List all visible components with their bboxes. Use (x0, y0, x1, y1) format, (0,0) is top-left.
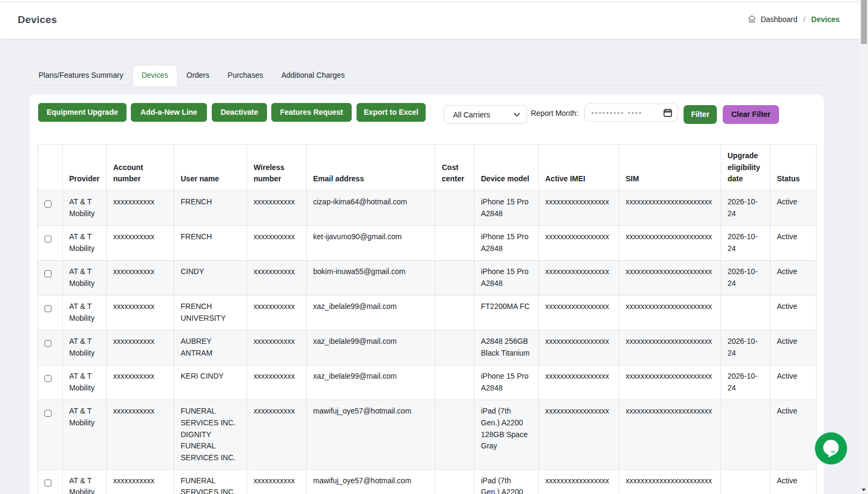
table-row: AT & T Mobility xxxxxxxxxxx AUBREY ANTRA… (38, 330, 817, 365)
cell-email-address: cizap-ikima64@hotmail.com (307, 191, 435, 226)
tab-plans-features-summary[interactable]: Plans/Features Summary (29, 65, 132, 86)
cell-provider: AT & T Mobility (63, 330, 107, 365)
carrier-select-value: All Carriers (453, 110, 490, 119)
breadcrumb-dashboard[interactable]: Dashboard (761, 15, 798, 24)
table-row: AT & T Mobility xxxxxxxxxxx FRENCH xxxxx… (38, 191, 817, 226)
cell-cost-center (435, 330, 474, 365)
cell-user-name: AUBREY ANTRAM (174, 330, 247, 365)
cell-checkbox (38, 191, 63, 226)
col-account-number: Account number (107, 145, 174, 191)
col-wireless-number: Wireless number (247, 145, 307, 191)
row-checkbox[interactable] (44, 340, 51, 347)
cell-wireless-number: xxxxxxxxxxx (247, 226, 307, 261)
deactivate-button[interactable]: Deactivate (212, 103, 267, 122)
col-active-imei: Active IMEI (539, 145, 619, 191)
cell-user-name: FRENCH UNIVERSITY (174, 296, 247, 330)
cell-sim: xxxxxxxxxxxxxxxxxxxxxxx (619, 365, 721, 400)
cell-account-number: xxxxxxxxxxx (107, 191, 174, 226)
cell-device-model: FT2200MA FC (474, 296, 539, 330)
row-checkbox[interactable] (44, 201, 51, 208)
row-checkbox[interactable] (44, 235, 51, 242)
features-request-button[interactable]: Features Request (271, 103, 352, 122)
cell-provider: AT & T Mobility (63, 365, 107, 400)
cell-upgrade-date (721, 296, 770, 330)
cell-checkbox (38, 400, 63, 470)
chat-widget-button[interactable] (815, 432, 847, 464)
cell-sim: xxxxxxxxxxxxxxxxxxxxxxx (619, 400, 721, 470)
cell-active-imei: xxxxxxxxxxxxxxxxx (539, 400, 619, 470)
col-upgrade-eligibility-date: Upgrade eligibility date (721, 145, 770, 191)
scrollbar-down-arrow-icon (862, 489, 866, 491)
cell-upgrade-date: 2026-10-24 (721, 261, 770, 296)
cell-wireless-number: xxxxxxxxxxx (247, 261, 307, 296)
row-checkbox[interactable] (44, 305, 51, 312)
breadcrumb-separator: / (802, 15, 806, 24)
cell-checkbox (38, 365, 63, 400)
report-month-label: Report Month: (531, 109, 578, 117)
cell-device-model: iPhone 15 Pro A2848 (474, 365, 539, 400)
cell-user-name: FUNERAL SERVICES INC. DIGNITY FUNERAL SE… (174, 400, 247, 470)
cell-sim: xxxxxxxxxxxxxxxxxxxxxxx (619, 469, 721, 494)
cell-email-address: mawifuj_oye57@hotmail.com (307, 469, 435, 494)
export-to-excel-button[interactable]: Export to Excel (357, 103, 426, 122)
cell-upgrade-date (721, 400, 770, 470)
row-checkbox[interactable] (44, 480, 51, 486)
cell-user-name: FUNERAL SERVICES INC. (174, 469, 247, 494)
scrollbar-down-button[interactable] (859, 485, 868, 494)
tab-bar: Plans/Features Summary Devices Orders Pu… (29, 65, 824, 86)
cell-account-number: xxxxxxxxxxx (107, 400, 174, 470)
cell-device-model: iPad (7th Gen.) A2200 128GB Space Gray (474, 400, 539, 470)
scrollbar-thumb[interactable] (861, 0, 867, 44)
chat-bubble-icon (815, 432, 847, 464)
cell-cost-center (435, 226, 474, 261)
cell-account-number: xxxxxxxxxxx (107, 296, 174, 330)
clear-filter-button[interactable]: Clear Filter (723, 105, 779, 124)
tab-additional-charges[interactable]: Additional Charges (272, 65, 354, 86)
carrier-select[interactable]: All Carriers (444, 105, 527, 124)
row-checkbox[interactable] (44, 375, 51, 382)
col-sim: SIM (619, 145, 721, 191)
cell-checkbox (38, 226, 63, 261)
cell-account-number: xxxxxxxxxxx (107, 261, 174, 296)
table-row: AT & T Mobility xxxxxxxxxxx FUNERAL SERV… (38, 400, 817, 470)
cell-cost-center (435, 469, 474, 494)
cell-wireless-number: xxxxxxxxxxx (247, 191, 307, 226)
report-month-input[interactable]: --------- ---- (584, 104, 678, 122)
cell-provider: AT & T Mobility (63, 296, 107, 330)
add-a-new-line-button[interactable]: Add-a-New Line (131, 103, 207, 122)
cell-status: Active (770, 226, 817, 261)
content-card: Equipment Upgrade Add-a-New Line Deactiv… (29, 94, 824, 494)
cell-email-address: ket-ijavumo90@gmail.com (307, 226, 435, 261)
cell-active-imei: xxxxxxxxxxxxxxxxx (539, 261, 619, 296)
home-icon[interactable] (748, 15, 756, 23)
col-checkbox (38, 145, 63, 191)
cell-cost-center (435, 365, 474, 400)
calendar-icon[interactable] (663, 108, 672, 117)
cell-checkbox (38, 330, 63, 365)
cell-provider: AT & T Mobility (63, 261, 107, 296)
equipment-upgrade-button[interactable]: Equipment Upgrade (38, 103, 127, 122)
report-month-placeholder: --------- ---- (591, 108, 642, 117)
devices-table: Provider Account number User name Wirele… (38, 144, 817, 494)
cell-user-name: FRENCH (174, 191, 247, 226)
cell-device-model: iPhone 15 Pro A2848 (474, 191, 539, 226)
tab-orders[interactable]: Orders (177, 65, 219, 86)
filter-button[interactable]: Filter (684, 105, 717, 124)
cell-cost-center (435, 261, 474, 296)
cell-email-address: xaz_ibelale99@mail.com (307, 330, 435, 365)
tab-purchases[interactable]: Purchases (219, 65, 272, 86)
page-title: Devices (18, 14, 57, 26)
devices-table-wrap: Provider Account number User name Wirele… (38, 144, 817, 494)
row-checkbox[interactable] (44, 270, 51, 277)
table-row: AT & T Mobility xxxxxxxxxxx FRENCH UNIVE… (38, 296, 817, 330)
cell-device-model: A2848 256GB Black Titanium (474, 330, 539, 365)
cell-checkbox (38, 296, 63, 330)
tab-devices[interactable]: Devices (132, 65, 177, 86)
row-checkbox[interactable] (44, 410, 51, 417)
cell-provider: AT & T Mobility (63, 226, 107, 261)
cell-device-model: iPad (7th Gen.) A2200 128GB Space Gray (474, 469, 539, 494)
scrollbar-track[interactable] (859, 0, 868, 494)
cell-provider: AT & T Mobility (63, 191, 107, 226)
cell-status: Active (770, 365, 817, 400)
cell-user-name: KERI CINDY (174, 365, 247, 400)
